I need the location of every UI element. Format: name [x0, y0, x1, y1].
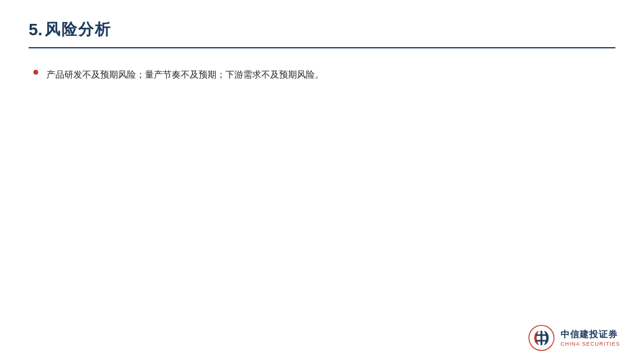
- page-container: 5. 风险分析 产品研发不及预期风险；量产节奏不及预期；下游需求不及预期风险。: [0, 0, 644, 363]
- company-name-cn: 中信建投证券: [561, 329, 618, 340]
- company-name-block: 中信建投证券 CHINA SECURITIES: [561, 329, 620, 347]
- svg-rect-1: [540, 331, 542, 345]
- bullet-text: 产品研发不及预期风险；量产节奏不及预期；下游需求不及预期风险。: [47, 66, 324, 82]
- section-header: 5. 风险分析: [29, 19, 615, 40]
- section-title: 风险分析: [45, 19, 112, 40]
- list-item: 产品研发不及预期风险；量产节奏不及预期；下游需求不及预期风险。: [33, 66, 611, 82]
- svg-rect-2: [536, 334, 547, 336]
- section-number: 5.: [29, 20, 42, 39]
- svg-rect-3: [536, 340, 547, 342]
- footer: 中信建投证券 CHINA SECURITIES: [528, 325, 620, 351]
- header-divider: [29, 47, 615, 48]
- content-section: 产品研发不及预期风险；量产节奏不及预期；下游需求不及预期风险。: [29, 66, 615, 82]
- company-logo-icon: [528, 325, 555, 351]
- company-name-en: CHINA SECURITIES: [561, 341, 620, 347]
- bullet-dot-icon: [33, 70, 38, 75]
